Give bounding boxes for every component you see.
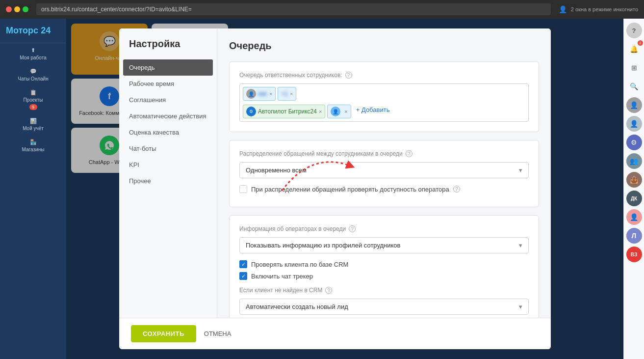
tag-row-top: 👤 евс × +1 × bbox=[243, 87, 525, 101]
projects-label: Проекты bbox=[23, 97, 43, 103]
tag-row-bottom: ⚙ Автопилот Битрикс24 × 👤 × bbox=[243, 105, 525, 118]
tag-user-1[interactable]: 👤 евс × bbox=[243, 87, 276, 101]
checkboxes-area: ✓ Проверять клиента по базе CRM ✓ Включи… bbox=[239, 260, 529, 280]
nav-item-work-hours[interactable]: Рабочее время bbox=[119, 76, 217, 92]
right-sidebar: ? 🔔 2 ⊞ 🔍 👤 👤 ⚙ 👥 👜 ДК 👤 Л ВЗ bbox=[623, 19, 644, 359]
crm-check-row: ✓ Проверять клиента по базе CRM bbox=[239, 260, 529, 268]
browser-dots bbox=[6, 6, 28, 12]
chats-label: Чаты Онлайн bbox=[18, 76, 48, 82]
modal-nav: Настройка Очередь Рабочее время Соглашен… bbox=[119, 28, 217, 318]
l-icon[interactable]: Л bbox=[626, 228, 642, 244]
dot-minimize[interactable] bbox=[14, 6, 20, 12]
operator-info-select[interactable]: Показывать информацию из профилей сотруд… bbox=[239, 237, 529, 253]
sidebar-item-stores[interactable]: 🏪 Магазины bbox=[0, 135, 66, 156]
modal-panel: × Настройка Очередь Рабочее время Соглаш… bbox=[119, 28, 551, 349]
tag-autopilot[interactable]: ⚙ Автопилот Битрикс24 × bbox=[243, 105, 325, 118]
dot-close[interactable] bbox=[6, 6, 12, 12]
crm-value: Автоматически создать новый лид bbox=[246, 303, 348, 310]
operator-info-value: Показывать информацию из профилей сотруд… bbox=[246, 242, 401, 249]
sidebar-item-accounting[interactable]: 📊 Мой учёт bbox=[0, 114, 66, 135]
tag-avatar-3: 👤 bbox=[331, 107, 340, 116]
queue-tag-input[interactable]: 👤 евс × +1 × bbox=[239, 83, 529, 122]
distribution-label: Распределение обращений между сотрудника… bbox=[239, 150, 529, 157]
app-logo: Моторс 24 bbox=[0, 19, 66, 43]
help-icon[interactable]: ? bbox=[626, 23, 642, 38]
queue-card: Очередь ответственных сотрудников: ? 👤 е… bbox=[229, 61, 539, 132]
modal-layout: Настройка Очередь Рабочее время Соглашен… bbox=[119, 28, 551, 318]
chat-tracker-checkbox[interactable]: ✓ bbox=[239, 272, 247, 280]
settings-icon[interactable]: ⚙ bbox=[626, 135, 642, 150]
projects-icon: 📋 bbox=[30, 89, 37, 96]
nav-item-queue[interactable]: Очередь bbox=[123, 59, 213, 76]
nav-item-other[interactable]: Прочее bbox=[119, 173, 217, 189]
tag-remove-3[interactable]: × bbox=[344, 109, 347, 114]
tag-user-2[interactable]: +1 × bbox=[278, 87, 296, 101]
apps-icon[interactable]: ⊞ bbox=[626, 60, 642, 76]
logo-text: Моторс bbox=[6, 26, 38, 35]
work-label: Моя работа bbox=[20, 55, 46, 60]
distribution-arrow: ▾ bbox=[519, 166, 522, 174]
add-user-button[interactable]: + Добавить bbox=[353, 105, 393, 118]
operator-info-arrow: ▾ bbox=[519, 242, 522, 249]
tag-remove-2[interactable]: × bbox=[290, 91, 293, 97]
check-availability-help[interactable]: ? bbox=[453, 186, 460, 193]
nav-item-kpi[interactable]: KPI bbox=[119, 157, 217, 173]
chats-icon: 💬 bbox=[30, 68, 37, 75]
modal-main-content: Очередь Очередь ответственных сотруднико… bbox=[217, 28, 551, 318]
chat-tracker-row: ✓ Включить чат трекер bbox=[239, 272, 529, 280]
nav-item-quality[interactable]: Оценка качества bbox=[119, 124, 217, 140]
dk-icon[interactable]: ДК bbox=[626, 191, 642, 206]
avatar-3[interactable]: 👤 bbox=[626, 209, 642, 225]
crm-not-found-label: Если клиент не найден в CRM ? bbox=[239, 287, 529, 294]
operator-info-help[interactable]: ? bbox=[349, 225, 356, 232]
bag-icon[interactable]: 👜 bbox=[626, 172, 642, 188]
projects-badge: 9 bbox=[29, 104, 37, 110]
distribution-card: Распределение обращений между сотрудника… bbox=[229, 140, 539, 207]
content-title: Очередь bbox=[229, 40, 539, 52]
avatar-1[interactable]: 👤 bbox=[626, 97, 642, 113]
search-icon[interactable]: 🔍 bbox=[626, 79, 642, 94]
distribution-select[interactable]: Одновременно всем ▾ bbox=[239, 162, 529, 178]
tag-name-1: евс bbox=[258, 90, 267, 97]
accounting-label: Мой учёт bbox=[23, 126, 44, 131]
stores-icon: 🏪 bbox=[30, 139, 37, 145]
sidebar-item-work[interactable]: ⬆ Моя работа bbox=[0, 43, 66, 64]
left-sidebar: Моторс 24 ⬆ Моя работа 💬 Чаты Онлайн 📋 П… bbox=[0, 19, 66, 359]
crm-select[interactable]: Автоматически создать новый лид ▾ bbox=[239, 299, 529, 315]
check-availability-row: При распределении обращений проверять до… bbox=[239, 185, 529, 193]
dot-maximize[interactable] bbox=[23, 6, 28, 12]
check-availability-checkbox[interactable] bbox=[239, 185, 247, 193]
nav-item-auto-actions[interactable]: Автоматические действия bbox=[119, 108, 217, 124]
check-availability-checkbox-row: При распределении обращений проверять до… bbox=[239, 185, 529, 193]
cancel-button[interactable]: ОТМЕНА bbox=[204, 330, 232, 337]
crm-checkbox[interactable]: ✓ bbox=[239, 260, 247, 268]
tag-avatar-1: 👤 bbox=[246, 89, 256, 99]
notification-badge: 2 bbox=[638, 40, 643, 46]
distribution-help-icon[interactable]: ? bbox=[406, 150, 412, 157]
tag-remove-autopilot[interactable]: × bbox=[319, 109, 322, 114]
tag-name-2: +1 bbox=[281, 90, 288, 97]
check-availability-label: При распределении обращений проверять до… bbox=[251, 186, 449, 193]
save-button[interactable]: СОХРАНИТЬ bbox=[131, 325, 196, 342]
app-layout: Моторс 24 ⬆ Моя работа 💬 Чаты Онлайн 📋 П… bbox=[0, 19, 644, 359]
crm-help[interactable]: ? bbox=[325, 287, 332, 294]
modal-overlay: × Настройка Очередь Рабочее время Соглаш… bbox=[66, 19, 623, 359]
sidebar-item-chats[interactable]: 💬 Чаты Онлайн bbox=[0, 64, 66, 85]
incognito-label: 2 окна в режиме инкогнито bbox=[571, 6, 638, 12]
notification-icon[interactable]: 🔔 2 bbox=[626, 41, 642, 57]
crm-not-found-area: Если клиент не найден в CRM ? Автоматиче… bbox=[239, 287, 529, 315]
address-bar[interactable]: ors.bitrix24.ru/contact_center/connector… bbox=[36, 3, 551, 15]
nav-item-agreements[interactable]: Соглашения bbox=[119, 92, 217, 108]
content-area: 💬 Онлайн-чат Apple Messages for Business… bbox=[66, 19, 623, 359]
tag-user-3[interactable]: 👤 × bbox=[327, 105, 351, 118]
avatar-2[interactable]: 👤 bbox=[626, 116, 642, 132]
tag-remove-1[interactable]: × bbox=[269, 91, 272, 97]
accounting-icon: 📊 bbox=[30, 118, 37, 124]
work-icon: ⬆ bbox=[31, 47, 35, 54]
users-icon[interactable]: 👥 bbox=[626, 153, 642, 169]
sidebar-item-projects[interactable]: 📋 Проекты 9 bbox=[0, 85, 66, 114]
queue-help-icon[interactable]: ? bbox=[345, 72, 352, 79]
vz-icon[interactable]: ВЗ bbox=[626, 247, 642, 262]
operator-info-label: Информация об операторах в очереди ? bbox=[239, 225, 529, 232]
nav-item-chatbots[interactable]: Чат-боты bbox=[119, 140, 217, 157]
